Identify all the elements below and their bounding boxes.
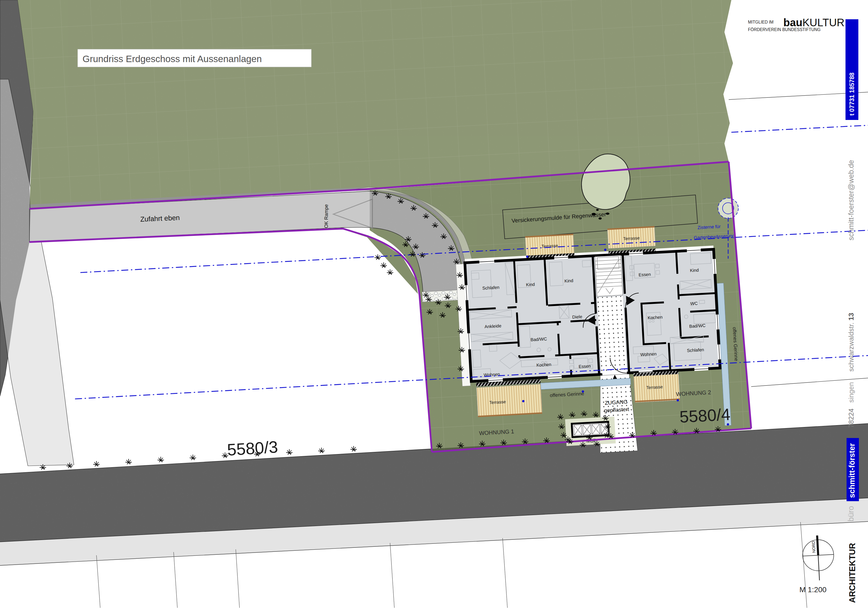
parcel-right-number: 5580/4	[679, 405, 731, 426]
street-name: schwarzwaldstr.	[847, 323, 855, 372]
site-plan-drawing: Versickerungsmulde für Regenwasser Ziste…	[0, 0, 868, 608]
email-label: schmitt-foerster@web.de	[847, 160, 855, 240]
cistern-circle	[718, 198, 738, 218]
corridor-paving	[597, 296, 627, 373]
parcel-left-number: 5580/3	[227, 438, 278, 459]
driveway-label: Zufahrt eben	[140, 213, 180, 223]
city-label: singen	[847, 382, 855, 403]
logo-member-line1: MITGLIED IM	[748, 20, 773, 24]
room-label: Bad/WC	[689, 323, 706, 328]
brand-wordmark: bauKULTUR	[783, 17, 845, 28]
room-label: Bad/WC	[530, 336, 547, 342]
room-label: Kind	[564, 278, 573, 283]
room-label: Schlafen	[482, 285, 500, 291]
terrace-label-s1: Terrasse	[489, 399, 506, 405]
buero-label: büro	[846, 506, 855, 521]
room-label: Kind	[690, 268, 699, 273]
phone-label: t 07731 185788	[848, 73, 856, 116]
access-label-1: ZUGANG	[604, 399, 628, 406]
page-title: Grundriss Erdgeschoss mit Aussenanlagen	[82, 54, 262, 64]
scale-label: M 1:200	[800, 585, 826, 594]
room-label: Schlafen	[687, 347, 704, 353]
terrace-south-w1	[476, 384, 542, 416]
zip-label: 78224	[847, 408, 855, 428]
ramp-label: OK Rampe	[324, 204, 329, 228]
room-label: Ankleide	[484, 323, 502, 329]
room-label: Wohnen	[640, 351, 657, 357]
room-label: Essen	[578, 364, 591, 369]
architect-name: schmitt-förster	[848, 443, 856, 498]
room-label: Kochen	[648, 314, 662, 320]
north-label: NORD	[811, 541, 816, 553]
room-label: WC	[690, 301, 698, 306]
drawing-title: Grundriss Erdgeschoss mit Aussenanlagen	[78, 49, 311, 67]
logo-member-line2: FÖRDERVEREIN BUNDESSTIFTUNG	[748, 27, 821, 32]
street-number: 13	[847, 313, 855, 320]
terrace-label-n2: Terrasse	[623, 235, 640, 241]
brand-light: KULTUR	[802, 17, 845, 28]
room-label: Kochen	[536, 362, 551, 368]
site-plan-page: Versickerungsmulde für Regenwasser Ziste…	[0, 0, 868, 608]
room-label: Diele	[572, 314, 582, 319]
architektur-label: ARCHITEKTUR	[848, 543, 857, 603]
brand-bold: bau	[783, 17, 802, 28]
terrace-label-s2: Terrasse	[646, 384, 663, 390]
room-label: Kind	[526, 282, 535, 287]
street-label: schwarzwaldstr. 13	[847, 313, 855, 371]
room-label: Essen	[639, 272, 651, 277]
terrace-label-n1: Terrasse	[541, 243, 558, 249]
